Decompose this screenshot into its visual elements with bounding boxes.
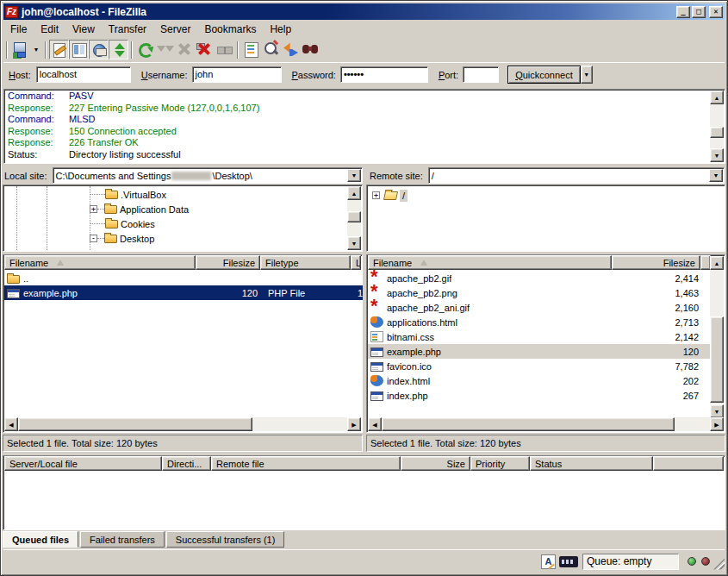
queue-column-direction[interactable]: Directi... — [162, 456, 211, 471]
combo-dropdown-icon[interactable]: ▼ — [709, 169, 723, 182]
scrollbar-thumb[interactable] — [18, 417, 252, 431]
queue-column-status[interactable]: Status — [530, 456, 653, 471]
filename-filters-button[interactable] — [241, 40, 261, 59]
column-header-filesize[interactable]: Filesize — [196, 255, 260, 270]
column-header-filename[interactable]: Filename — [4, 255, 196, 270]
column-header-filename[interactable]: Filename — [368, 255, 612, 270]
scroll-down-icon[interactable]: ▼ — [710, 148, 724, 162]
username-input[interactable]: john — [192, 66, 282, 83]
process-queue-button[interactable] — [155, 40, 175, 59]
port-input[interactable] — [463, 66, 499, 83]
refresh-button[interactable] — [135, 40, 155, 59]
toggle-remote-tree-button[interactable] — [89, 40, 109, 59]
log-prefix: Response: — [5, 137, 69, 149]
toggle-local-tree-button[interactable] — [69, 40, 89, 59]
site-manager-dropdown-icon[interactable]: ▼ — [30, 40, 42, 59]
expand-icon[interactable]: + — [372, 191, 380, 199]
ascii-data-type-icon[interactable]: A — [541, 554, 556, 569]
menu-view[interactable]: View — [65, 22, 102, 37]
tree-item-application-data[interactable]: + Application Data — [90, 202, 347, 216]
password-input[interactable]: •••••• — [340, 66, 428, 83]
file-icon — [370, 316, 383, 328]
tree-item-desktop[interactable]: - Desktop — [90, 231, 347, 246]
tree-item-cookies[interactable]: Cookies — [90, 216, 347, 231]
close-button[interactable]: ✕ — [709, 6, 723, 18]
tab-queued-files[interactable]: Queued files — [3, 531, 78, 548]
indicator-badge-icon[interactable] — [559, 556, 578, 567]
log-scrollbar[interactable]: ▲ ▼ — [710, 91, 724, 162]
scroll-up-icon[interactable]: ▲ — [347, 186, 361, 200]
file-name: example.php — [383, 347, 441, 357]
file-row-selected[interactable]: example.php120 — [368, 344, 710, 359]
scroll-left-icon[interactable]: ◀ — [4, 417, 18, 431]
title-bar[interactable]: Fz john@localhost - FileZilla _ □ ✕ — [3, 3, 725, 20]
file-size: 2,414 — [614, 273, 699, 284]
scroll-right-icon[interactable]: ▶ — [347, 417, 361, 431]
find-files-button[interactable] — [301, 40, 320, 59]
file-row-parent-dir[interactable]: .. — [4, 271, 363, 285]
file-row-example-php[interactable]: example.php 120 PHP File 1 — [4, 285, 363, 300]
synchronized-browsing-button[interactable] — [281, 40, 301, 59]
column-header-filesize[interactable]: Filesize — [612, 255, 700, 270]
file-row[interactable]: apache_pb2_ani.gif2,160 — [368, 300, 710, 315]
file-row[interactable]: index.html202 — [368, 373, 710, 388]
queue-column-server-local-file[interactable]: Server/Local file — [4, 456, 162, 471]
scroll-up-icon[interactable]: ▲ — [710, 256, 724, 270]
cancel-operation-button[interactable] — [175, 40, 195, 59]
quickconnect-button[interactable]: Quickconnect — [507, 66, 581, 84]
menu-transfer[interactable]: Transfer — [102, 22, 153, 37]
scroll-left-icon[interactable]: ◀ — [368, 417, 382, 431]
menu-help[interactable]: Help — [263, 22, 298, 37]
local-list-hscrollbar[interactable]: ◀ ▶ — [4, 417, 361, 431]
maximize-button[interactable]: □ — [692, 6, 706, 18]
file-row[interactable]: bitnami.css2,142 — [368, 329, 710, 344]
remote-site-combo[interactable]: / ▼ — [428, 167, 725, 184]
scrollbar-thumb[interactable] — [710, 316, 724, 403]
column-header-last-modified[interactable]: L — [351, 255, 361, 270]
site-manager-button[interactable] — [10, 40, 30, 59]
menu-file[interactable]: File — [3, 22, 34, 37]
scroll-down-icon[interactable]: ▼ — [347, 236, 361, 250]
scroll-up-icon[interactable]: ▲ — [710, 91, 724, 104]
reconnect-button[interactable] — [215, 40, 234, 59]
scrollbar-thumb[interactable] — [382, 417, 675, 431]
local-site-combo[interactable]: C:\Documents and Settings\Desktop\ ▼ — [53, 167, 363, 184]
remote-list-vscrollbar[interactable]: ▲ ▼ — [710, 256, 724, 418]
file-row[interactable]: apache_pb2.gif2,414 — [368, 271, 710, 285]
host-input[interactable]: localhost — [36, 66, 131, 83]
status-bar: A Queue: empty — [3, 549, 725, 573]
tree-item-root[interactable]: + / — [372, 188, 408, 203]
file-size: 7,782 — [614, 361, 699, 372]
local-tree-scrollbar[interactable]: ▲ ▼ — [347, 186, 361, 250]
tree-item-virtualbox[interactable]: .VirtualBox — [90, 187, 347, 202]
tab-failed-transfers[interactable]: Failed transfers — [80, 531, 165, 548]
disconnect-button[interactable] — [195, 40, 215, 59]
column-header-filetype[interactable]: Filetype — [260, 255, 351, 270]
collapse-icon[interactable]: - — [90, 235, 97, 242]
file-row[interactable]: apache_pb2.png1,463 — [368, 285, 710, 300]
directory-comparison-button[interactable] — [261, 40, 281, 59]
tab-successful-transfers[interactable]: Successful transfers (1) — [166, 531, 285, 548]
queue-column-size[interactable]: Size — [401, 456, 470, 471]
scrollbar-thumb[interactable] — [347, 211, 361, 222]
toggle-transfer-queue-button[interactable] — [109, 40, 128, 59]
scroll-right-icon[interactable]: ▶ — [710, 417, 724, 431]
file-row[interactable]: index.php267 — [368, 388, 710, 403]
resize-grip[interactable] — [713, 559, 725, 570]
menu-edit[interactable]: Edit — [34, 22, 65, 37]
minimize-button[interactable]: _ — [676, 6, 690, 18]
queue-column-remote-file[interactable]: Remote file — [211, 456, 401, 471]
scroll-down-icon[interactable]: ▼ — [710, 404, 724, 418]
expand-icon[interactable]: + — [90, 205, 97, 213]
app-icon: Fz — [5, 6, 18, 18]
quickconnect-dropdown-icon[interactable]: ▼ — [581, 66, 593, 84]
menu-bookmarks[interactable]: Bookmarks — [197, 22, 263, 37]
scrollbar-thumb[interactable] — [710, 127, 724, 138]
file-row[interactable]: applications.html2,713 — [368, 315, 710, 329]
remote-list-hscrollbar[interactable]: ◀ ▶ — [368, 417, 724, 431]
file-row[interactable]: favicon.ico7,782 — [368, 359, 710, 373]
menu-server[interactable]: Server — [153, 22, 197, 37]
combo-dropdown-icon[interactable]: ▼ — [347, 169, 361, 182]
toggle-message-log-button[interactable] — [49, 40, 69, 59]
queue-column-priority[interactable]: Priority — [470, 456, 530, 471]
